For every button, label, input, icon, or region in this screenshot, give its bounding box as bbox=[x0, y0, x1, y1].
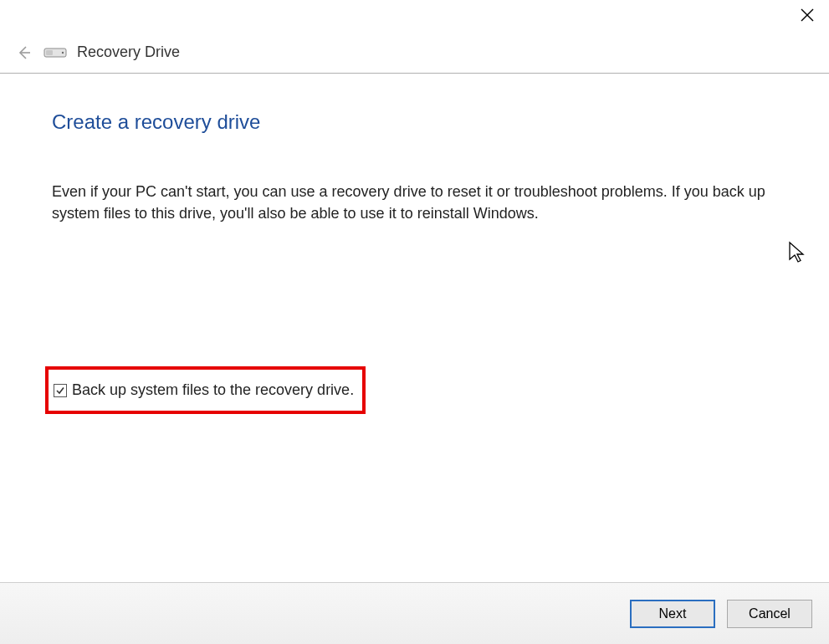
header-title: Recovery Drive bbox=[77, 43, 180, 61]
content-area: Create a recovery drive Even if your PC … bbox=[0, 74, 829, 414]
close-icon bbox=[801, 8, 814, 22]
recovery-drive-icon bbox=[43, 45, 67, 60]
description-text: Even if your PC can't start, you can use… bbox=[52, 181, 779, 224]
backup-checkbox-row[interactable]: Back up system files to the recovery dri… bbox=[54, 381, 354, 399]
checkmark-icon bbox=[55, 386, 65, 396]
footer-bar: Next Cancel bbox=[0, 582, 829, 644]
close-button[interactable] bbox=[797, 5, 817, 25]
back-button[interactable] bbox=[15, 43, 33, 62]
cancel-button[interactable]: Cancel bbox=[727, 600, 812, 628]
page-heading: Create a recovery drive bbox=[52, 110, 779, 134]
title-bar bbox=[0, 0, 829, 32]
checkbox-highlight-box: Back up system files to the recovery dri… bbox=[45, 366, 366, 414]
back-arrow-icon bbox=[16, 44, 33, 61]
next-button[interactable]: Next bbox=[630, 600, 715, 628]
svg-rect-5 bbox=[46, 50, 53, 55]
svg-point-4 bbox=[62, 51, 64, 53]
header-row: Recovery Drive bbox=[0, 32, 829, 74]
backup-checkbox-label: Back up system files to the recovery dri… bbox=[72, 381, 354, 399]
backup-checkbox[interactable] bbox=[54, 384, 67, 397]
